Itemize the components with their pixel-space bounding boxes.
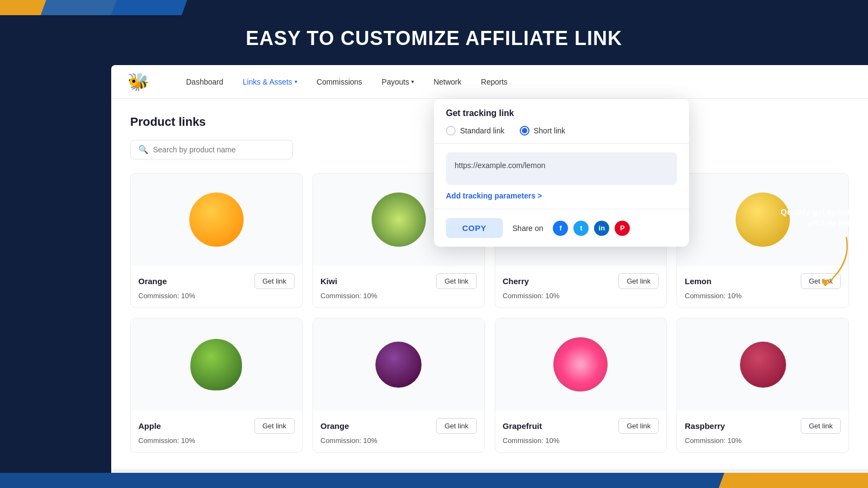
popup-title: Get tracking link	[446, 108, 677, 118]
product-info-kiwi: Kiwi Get link	[313, 273, 484, 289]
product-info-orange2: Orange Get link	[313, 418, 484, 434]
tracking-link-popup: Get tracking link Standard link Short li…	[434, 99, 689, 247]
orange-bar-top	[0, 0, 117, 15]
commission-apple: Commission: 10%	[131, 436, 302, 445]
product-info-apple: Apple Get link	[131, 418, 302, 434]
product-name-grapefruit: Grapefruit	[503, 421, 542, 431]
commission-cherry: Commission: 10%	[495, 292, 667, 300]
commission-raspberry: Commission: 10%	[677, 436, 848, 445]
popup-footer: COPY Share on f t in P	[434, 209, 689, 247]
popup-header: Get tracking link Standard link Short li…	[434, 99, 689, 144]
product-info-orange: Orange Get link	[131, 273, 302, 289]
product-card-apple: Apple Get link Commission: 10%	[130, 318, 303, 453]
annotation: Quickly get specific affiliate links	[770, 206, 857, 299]
popup-body: https://example.com/lemon Add tracking p…	[434, 144, 689, 209]
orange-fruit-image	[189, 192, 244, 247]
product-info-grapefruit: Grapefruit Get link	[495, 418, 667, 434]
twitter-share-icon[interactable]: t	[573, 221, 589, 236]
blue-bar-top	[41, 0, 187, 15]
commission-kiwi: Commission: 10%	[313, 292, 484, 300]
logo-icon: 🐝	[127, 72, 149, 92]
chevron-down-icon: ▾	[295, 79, 297, 85]
commission-grapefruit: Commission: 10%	[495, 436, 667, 445]
radio-option-short[interactable]: Short link	[520, 126, 565, 136]
raspberry-fruit-image	[740, 342, 786, 388]
product-card-raspberry: Raspberry Get link Commission: 10%	[676, 318, 849, 453]
product-image-raspberry	[677, 318, 848, 410]
product-image-orange	[131, 174, 302, 266]
product-name-orange2: Orange	[321, 421, 349, 431]
product-name-apple: Apple	[138, 421, 161, 431]
get-link-button-cherry[interactable]: Get link	[618, 273, 659, 289]
share-on-label: Share on	[513, 224, 544, 233]
get-link-button-orange2[interactable]: Get link	[436, 418, 476, 434]
pinterest-share-icon[interactable]: P	[615, 221, 630, 236]
apple-fruit-image	[190, 339, 242, 390]
radio-standard-circle	[446, 126, 456, 136]
grape-fruit-image	[375, 342, 422, 388]
product-name-raspberry: Raspberry	[685, 421, 725, 431]
chevron-down-icon: ▾	[411, 79, 414, 85]
get-link-button-apple[interactable]: Get link	[254, 418, 295, 434]
product-image-grapefruit	[495, 318, 667, 410]
link-display: https://example.com/lemon	[446, 152, 677, 185]
get-link-button-orange[interactable]: Get link	[254, 273, 295, 289]
navbar: 🐝 Dashboard Links & Assets ▾ Commissions…	[111, 65, 868, 99]
product-name-kiwi: Kiwi	[321, 277, 337, 286]
get-link-button-grapefruit[interactable]: Get link	[618, 418, 659, 434]
get-link-button-raspberry[interactable]: Get link	[801, 418, 841, 434]
nav-item-dashboard[interactable]: Dashboard	[176, 65, 233, 99]
kiwi-fruit-image	[372, 192, 426, 247]
product-info-raspberry: Raspberry Get link	[677, 418, 848, 434]
copy-button[interactable]: COPY	[446, 218, 503, 238]
facebook-share-icon[interactable]: f	[553, 221, 568, 236]
product-image-apple	[131, 318, 302, 410]
logo: 🐝	[127, 72, 149, 92]
product-info-cherry: Cherry Get link	[495, 273, 667, 289]
product-card-grapefruit: Grapefruit Get link Commission: 10%	[495, 318, 667, 453]
app-window: 🐝 Dashboard Links & Assets ▾ Commissions…	[111, 65, 868, 473]
annotation-arrow	[814, 232, 857, 299]
annotation-text: Quickly get specific affiliate links	[770, 206, 857, 229]
nav-item-payouts[interactable]: Payouts ▾	[372, 65, 424, 99]
radio-short-circle	[520, 126, 529, 136]
get-link-button-kiwi[interactable]: Get link	[436, 273, 476, 289]
social-icons-group: f t in P	[553, 221, 630, 236]
radio-group-link-type: Standard link Short link	[446, 126, 677, 136]
orange-bar-bottom	[719, 473, 868, 488]
nav-item-links-assets[interactable]: Links & Assets ▾	[233, 65, 307, 99]
grapefruit-fruit-image	[553, 337, 608, 391]
radio-option-standard[interactable]: Standard link	[446, 126, 505, 136]
product-name-orange: Orange	[138, 277, 167, 286]
add-tracking-params-link[interactable]: Add tracking parameters >	[446, 191, 677, 200]
product-card-orange2: Orange Get link Commission: 10%	[312, 318, 485, 453]
search-icon: 🔍	[138, 145, 149, 155]
search-bar: 🔍	[130, 140, 293, 159]
commission-orange2: Commission: 10%	[313, 436, 484, 445]
page-title: EASY TO CUSTOMIZE AFFILIATE LINK	[0, 27, 868, 50]
product-name-cherry: Cherry	[503, 277, 529, 286]
nav-item-reports[interactable]: Reports	[471, 65, 518, 99]
linkedin-share-icon[interactable]: in	[594, 221, 609, 236]
product-card-orange: Orange Get link Commission: 10%	[130, 173, 303, 308]
nav-item-network[interactable]: Network	[424, 65, 471, 99]
product-image-orange2	[313, 318, 484, 410]
blue-bar-bottom	[0, 473, 868, 488]
search-input[interactable]	[153, 145, 285, 154]
nav-item-commissions[interactable]: Commissions	[307, 65, 372, 99]
product-name-lemon: Lemon	[685, 277, 711, 286]
commission-orange: Commission: 10%	[131, 292, 302, 300]
nav-menu: Dashboard Links & Assets ▾ Commissions P…	[176, 65, 852, 99]
